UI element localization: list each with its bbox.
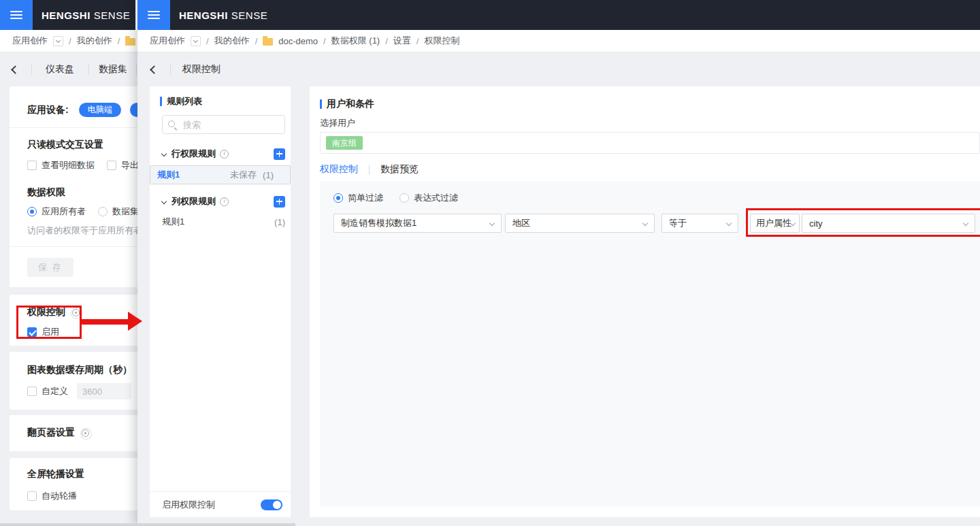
user-tag[interactable]: 南京组 [326, 136, 363, 150]
user-condition-panel: 用户和条件 选择用户 南京组 权限控制 数据预览 简单过滤 [310, 86, 980, 517]
chevron-down-icon [642, 220, 648, 226]
nav-tab-bar: 仪表盘 数据集 [0, 52, 137, 86]
col-rules-group[interactable]: 列权限规则 [162, 195, 285, 208]
window-access-control: HENGSHI SENSE 应用创作 / 我的创作 / doc-demo / 数… [137, 0, 980, 526]
chevron-down-icon [193, 37, 198, 42]
breadcrumb-separator: / [385, 36, 388, 46]
folder-icon [263, 38, 273, 46]
breadcrumb-separator: / [416, 36, 419, 46]
cache-seconds-input[interactable] [77, 383, 131, 399]
row-rules-group-label: 行权限规则 [172, 148, 216, 160]
checkbox-auto-carousel[interactable] [27, 491, 37, 501]
logo-light: SENSE [94, 10, 130, 21]
device-pc-button[interactable]: 电脑端 [79, 103, 121, 117]
rules-list-title: 规则列表 [167, 95, 202, 108]
gear-icon[interactable] [82, 429, 89, 437]
breadcrumb-my-creations[interactable]: 我的创作 [214, 35, 250, 47]
radio-expression-filter-item: 表达式过滤 [399, 192, 458, 204]
device-mobile-button[interactable]: 移动端 [130, 103, 137, 117]
breadcrumb-separator: / [323, 36, 326, 46]
readonly-title: 只读模式交互设置 [27, 139, 137, 151]
row-rules-group[interactable]: 行权限规则 [162, 148, 285, 160]
enable-access-label: 启用权限控制 [162, 499, 215, 511]
add-col-rule-button[interactable] [274, 196, 285, 208]
pager-title: 翻页器设置 [27, 427, 75, 439]
section-marker [320, 99, 322, 109]
hamburger-icon [148, 9, 160, 21]
checkbox-export[interactable] [107, 161, 116, 170]
arrow-head [128, 312, 142, 331]
back-icon[interactable] [11, 65, 20, 74]
breadcrumb-folder[interactable]: doc-demo [278, 36, 318, 46]
field-select[interactable]: 地区 [505, 214, 655, 233]
add-row-rule-button[interactable] [274, 148, 285, 160]
operator-select[interactable]: 等于 [662, 214, 738, 233]
radio-simple-filter-label: 简单过滤 [348, 192, 383, 204]
radio-dataset-owner-label: 数据集所有者 [112, 206, 137, 218]
dataset-select[interactable]: 制造销售模拟数据1 [333, 214, 502, 233]
row-rule-item[interactable]: 规则1 未保存 (1) [150, 165, 291, 184]
operator-select-value: 等于 [669, 217, 687, 229]
enable-access-toggle[interactable] [261, 499, 282, 510]
card-app-settings: 应用设备: 电脑端 移动端 只读模式交互设置 查看明细数据 导出数据 数据权限 … [10, 86, 137, 287]
chevron-down-icon[interactable] [161, 151, 167, 157]
breadcrumb-app-create[interactable]: 应用创作 [12, 35, 48, 47]
readonly-checkbox-row: 查看明细数据 导出数据 [27, 159, 137, 171]
divider [10, 127, 137, 128]
card-carousel: 全屏轮播设置 自动轮播 [10, 458, 137, 510]
hamburger-menu-button[interactable] [0, 0, 33, 30]
col-rule-item[interactable]: 规则1 (1) [150, 216, 291, 228]
annotation-red-box-access [16, 306, 82, 339]
breadcrumb-settings[interactable]: 设置 [393, 35, 411, 47]
rule-name[interactable]: 规则1 [157, 169, 180, 181]
breadcrumb-dropdown[interactable] [53, 36, 63, 46]
checkbox-view-detail[interactable] [27, 161, 37, 170]
rule-status: 未保存 [230, 169, 257, 181]
breadcrumb-my-creations[interactable]: 我的创作 [77, 35, 112, 47]
rule-count: (1) [263, 170, 274, 180]
checkbox-export-label: 导出数据 [121, 159, 137, 171]
data-perm-radio-row: 应用所有者 数据集所有者 [27, 206, 137, 218]
tab-dataset[interactable]: 数据集 [99, 63, 127, 76]
save-button[interactable]: 保 存 [27, 258, 74, 277]
breadcrumb-app-create[interactable]: 应用创作 [150, 35, 185, 47]
radio-dataset-owner[interactable] [98, 207, 108, 216]
checkbox-cache-custom-label: 自定义 [42, 385, 68, 397]
card-pager: 翻页器设置 [10, 415, 137, 451]
window-dashboard-settings: HENGSHI SENSE 应用创作 / 我的创作 / doc 仪表盘 数据集 [0, 0, 137, 526]
dataset-select-value: 制造销售模拟数据1 [341, 217, 416, 229]
breadcrumb-data-perm[interactable]: 数据权限 (1) [331, 35, 380, 47]
rules-search [162, 115, 285, 134]
checkbox-cache-custom[interactable] [27, 387, 37, 396]
page-title: 权限控制 [182, 63, 220, 76]
breadcrumb-separator: / [255, 36, 258, 46]
divider [369, 165, 370, 175]
tab-data-preview[interactable]: 数据预览 [380, 163, 419, 176]
rule-name[interactable]: 规则1 [162, 216, 184, 228]
hamburger-menu-button[interactable] [137, 0, 170, 30]
search-input[interactable] [162, 115, 285, 134]
select-user-label: 选择用户 [320, 117, 980, 128]
logo-bold: HENGSHI [42, 10, 91, 21]
hamburger-icon [10, 9, 22, 21]
user-select-box[interactable]: 南京组 [320, 132, 980, 154]
radio-app-owner[interactable] [27, 207, 37, 216]
pager-title-row: 翻页器设置 [27, 427, 137, 439]
tab-dashboard[interactable]: 仪表盘 [46, 63, 74, 76]
top-bar: HENGSHI SENSE [0, 0, 137, 30]
radio-simple-filter[interactable] [333, 193, 343, 203]
breadcrumb-dropdown[interactable] [191, 36, 201, 46]
radio-expression-filter[interactable] [399, 193, 409, 203]
info-icon[interactable] [220, 150, 229, 159]
back-icon[interactable] [150, 65, 159, 74]
horizontal-scrollbar[interactable] [0, 523, 295, 526]
info-icon[interactable] [220, 197, 229, 206]
radio-app-owner-label: 应用所有者 [42, 206, 86, 218]
divider [136, 65, 137, 75]
chevron-down-icon [56, 37, 61, 42]
chevron-down-icon [726, 220, 732, 226]
folder-icon [125, 38, 135, 46]
chevron-down-icon[interactable] [161, 199, 167, 204]
breadcrumb: 应用创作 / 我的创作 / doc [0, 30, 137, 52]
tab-access-control[interactable]: 权限控制 [320, 163, 358, 176]
